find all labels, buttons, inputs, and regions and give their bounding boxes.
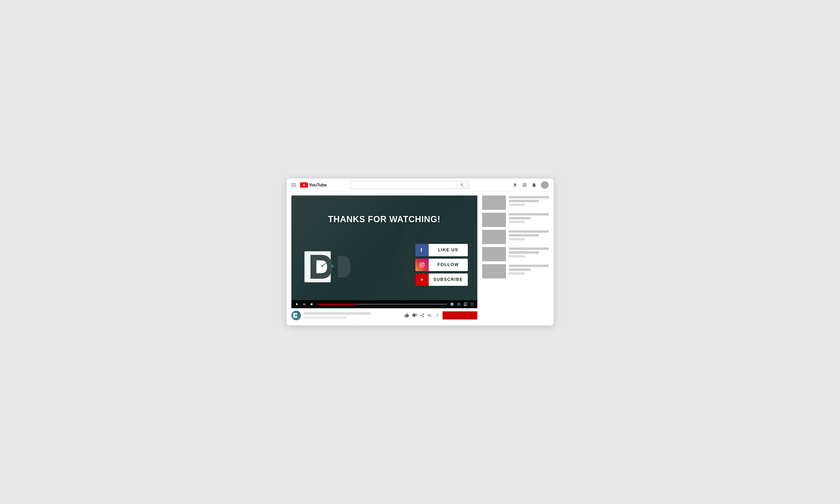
sidebar-thumbnail[interactable] <box>482 196 506 210</box>
sidebar-thumbnail[interactable] <box>482 213 506 227</box>
svg-point-9 <box>421 264 423 266</box>
sidebar-item <box>482 213 549 227</box>
svg-point-10 <box>423 263 424 264</box>
subscribe-label: SUBSCRIBE <box>429 277 468 282</box>
channel-name-block <box>304 312 401 319</box>
sidebar-title-line-2 <box>509 251 539 254</box>
search-bar <box>350 181 469 189</box>
theater-button[interactable] <box>457 302 461 307</box>
social-buttons: f LIKE US <box>415 244 468 286</box>
notifications-icon[interactable] <box>532 182 537 187</box>
apps-icon[interactable] <box>522 182 527 187</box>
youtube-icon <box>415 273 429 286</box>
sidebar-thumbnail[interactable] <box>482 264 506 278</box>
sidebar-meta-line <box>509 255 525 257</box>
subscribe-placeholder <box>447 314 473 317</box>
sidebar <box>482 196 549 322</box>
settings-icon <box>450 302 454 306</box>
navbar-right <box>513 181 549 189</box>
sidebar-info <box>509 247 549 257</box>
youtube-logo[interactable]: YouTube <box>300 182 327 188</box>
sidebar-thumbnail[interactable] <box>482 247 506 261</box>
sidebar-item <box>482 230 549 244</box>
channel-logo-area <box>301 248 358 286</box>
volume-icon <box>310 302 314 306</box>
instagram-button[interactable]: FOLLOW <box>415 259 468 271</box>
video-title-placeholder <box>304 312 371 315</box>
next-button[interactable] <box>302 302 307 307</box>
main-content: THANKS FOR WATCHING! <box>287 192 554 325</box>
instagram-label: FOLLOW <box>429 262 468 267</box>
channel-logo <box>303 249 356 285</box>
sidebar-info <box>509 213 549 223</box>
play-icon <box>295 302 299 306</box>
sidebar-item <box>482 264 549 278</box>
right-controls <box>450 302 475 307</box>
sidebar-title-line-1 <box>509 196 549 198</box>
facebook-button[interactable]: f LIKE US <box>415 244 468 256</box>
sidebar-meta-line <box>509 272 525 275</box>
sidebar-meta-line <box>509 238 525 240</box>
sidebar-info <box>509 264 549 275</box>
volume-button[interactable] <box>309 302 315 307</box>
sidebar-title-line-1 <box>509 248 549 250</box>
sidebar-item <box>482 247 549 261</box>
channel-avatar[interactable] <box>291 311 301 320</box>
youtube-logo-text: YouTube <box>309 182 327 187</box>
sidebar-thumbnail[interactable] <box>482 230 506 244</box>
facebook-label: LIKE US <box>429 248 468 252</box>
dislike-button[interactable] <box>412 313 417 318</box>
hamburger-icon[interactable] <box>291 183 296 187</box>
browser-window: YouTube <box>287 179 554 325</box>
more-icon <box>435 313 440 318</box>
dislike-icon <box>412 313 417 318</box>
miniplayer-icon <box>464 302 467 306</box>
sidebar-title-line-1 <box>509 230 549 233</box>
video-info-row <box>291 308 477 322</box>
like-button[interactable] <box>405 313 409 318</box>
miniplayer-button[interactable] <box>463 302 468 307</box>
theater-icon <box>457 302 461 306</box>
fullscreen-button[interactable] <box>470 302 475 307</box>
progress-bar[interactable] <box>317 304 447 305</box>
youtube-logo-icon <box>300 182 308 188</box>
sidebar-info <box>509 230 549 240</box>
youtube-subscribe-button[interactable]: SUBSCRIBE <box>415 273 468 286</box>
search-button[interactable] <box>455 181 469 189</box>
video-subtitle-placeholder <box>304 317 347 319</box>
facebook-icon: f <box>415 244 429 256</box>
add-to-playlist-button[interactable] <box>427 313 432 318</box>
more-options-button[interactable] <box>435 313 440 318</box>
share-button[interactable] <box>419 313 424 318</box>
sidebar-title-line-2 <box>509 268 531 271</box>
navbar: YouTube <box>287 179 554 192</box>
avatar[interactable] <box>541 181 549 189</box>
sidebar-title-line-1 <box>509 213 549 216</box>
settings-button[interactable] <box>450 302 454 307</box>
sidebar-title-line-2 <box>509 234 539 236</box>
svg-point-5 <box>321 265 323 267</box>
svg-rect-6 <box>338 256 341 277</box>
sidebar-title-line-2 <box>509 217 531 219</box>
sidebar-meta-line <box>509 221 525 223</box>
upload-icon[interactable] <box>513 182 518 187</box>
search-input[interactable] <box>350 181 455 189</box>
navbar-left: YouTube <box>291 182 327 188</box>
sidebar-info <box>509 196 549 206</box>
sidebar-meta-line <box>509 203 525 206</box>
like-icon <box>405 313 409 318</box>
thanks-text: THANKS FOR WATCHING! <box>291 214 477 224</box>
svg-text:f: f <box>421 247 422 253</box>
play-button[interactable] <box>294 302 300 307</box>
search-icon <box>460 183 464 187</box>
sidebar-item <box>482 196 549 210</box>
instagram-logo <box>419 262 425 268</box>
subscribe-button[interactable] <box>443 311 477 320</box>
channel-logo-small <box>291 311 301 320</box>
playlist-add-icon <box>427 313 432 318</box>
progress-fill <box>317 304 356 305</box>
video-content: THANKS FOR WATCHING! <box>291 196 477 300</box>
instagram-icon <box>415 259 429 271</box>
video-player: THANKS FOR WATCHING! <box>291 196 477 308</box>
facebook-logo: f <box>419 247 425 253</box>
